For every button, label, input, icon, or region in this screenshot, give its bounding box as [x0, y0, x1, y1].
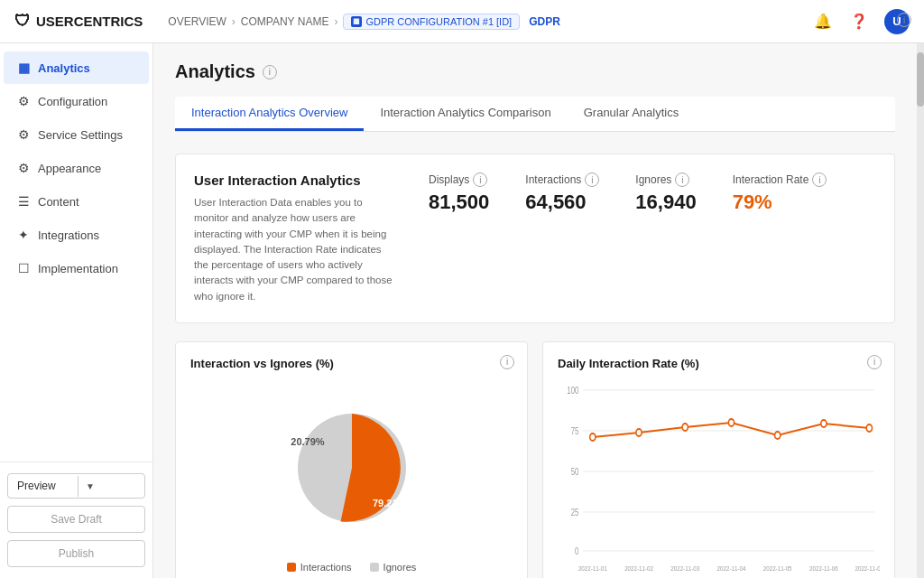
sidebar-item-appearance[interactable]: ⚙ Appearance [4, 152, 149, 184]
svg-text:2022-11-06: 2022-11-06 [809, 564, 838, 573]
preview-label: Preview [8, 474, 78, 498]
legend-interactions-dot [287, 563, 296, 572]
breadcrumb-company[interactable]: COMPANY NAME [241, 15, 329, 28]
sidebar-nav: ▦ Analytics ⚙ Configuration ⚙ Service Se… [0, 43, 152, 461]
pie-chart-card: Interaction vs Ignores (%) i [175, 341, 528, 578]
breadcrumb: OVERVIEW › COMPANY NAME › ▦ GDPR CONFIGU… [168, 14, 559, 30]
svg-point-19 [636, 429, 642, 436]
help-icon[interactable]: ❓ [848, 11, 870, 33]
notification-icon[interactable]: 🔔 [812, 11, 834, 33]
configuration-icon: ⚙ [16, 94, 31, 108]
ignores-info-icon[interactable]: i [675, 172, 689, 187]
sidebar-label-appearance: Appearance [38, 162, 101, 175]
sidebar-label-implementation: Implementation [38, 262, 118, 275]
tab-granular[interactable]: Granular Analytics [568, 97, 696, 131]
sidebar-item-integrations[interactable]: ✦ Integrations [4, 219, 149, 251]
stats-inner: User Interaction Analytics User Interact… [194, 172, 876, 304]
svg-point-24 [866, 424, 872, 432]
legend-ignores: Ignores [370, 562, 417, 573]
logo-icon: 🛡 [14, 12, 31, 31]
integrations-icon: ✦ [16, 228, 31, 242]
line-chart-title: Daily Interaction Rate (%) [558, 357, 880, 370]
metric-interaction-rate: Interaction Rate i 79% [733, 172, 827, 214]
breadcrumb-sep2: › [334, 15, 337, 28]
scrollbar-thumb[interactable] [917, 52, 924, 107]
page-info-icon[interactable]: i [263, 65, 277, 79]
metric-displays-value: 81,500 [429, 191, 489, 214]
legend-interactions-label: Interactions [300, 562, 352, 573]
metric-ignores-value: 16,940 [635, 191, 696, 214]
stats-metrics: Displays i 81,500 Interactions i 64,560 [429, 172, 827, 214]
interactions-info-icon[interactable]: i [585, 172, 599, 187]
displays-info-icon[interactable]: i [473, 172, 487, 187]
svg-text:2022-11-05: 2022-11-05 [763, 564, 792, 573]
svg-point-23 [821, 420, 827, 427]
publish-button[interactable]: Publish [7, 540, 145, 567]
save-draft-button[interactable]: Save Draft [7, 506, 145, 533]
metric-interactions: Interactions i 64,560 [525, 172, 599, 214]
tab-comparison[interactable]: Interaction Analytics Comparison [364, 97, 567, 131]
metric-displays-label: Displays i [429, 172, 489, 187]
metric-ignores: Ignores i 16,940 [635, 172, 696, 214]
stats-section: User Interaction Analytics User Interact… [175, 154, 895, 323]
preview-select[interactable]: Preview ▼ [7, 473, 145, 499]
pie-chart-info-icon[interactable]: i [500, 355, 514, 369]
stats-title: User Interaction Analytics [194, 172, 393, 188]
svg-point-22 [775, 432, 781, 439]
logo: 🛡 USERCENTRICS [14, 12, 143, 31]
service-settings-icon: ⚙ [16, 127, 31, 142]
sidebar-label-analytics: Analytics [38, 61, 90, 75]
content-icon: ☰ [16, 194, 31, 209]
stats-text: User Interaction Data enables you to mon… [194, 195, 393, 304]
tab-overview[interactable]: Interaction Analytics Overview [175, 97, 364, 131]
scrollbar[interactable] [917, 43, 924, 578]
sidebar-item-configuration[interactable]: ⚙ Configuration [4, 85, 149, 117]
svg-text:0: 0 [575, 546, 578, 556]
sidebar-item-service-settings[interactable]: ⚙ Service Settings [4, 118, 149, 151]
main-layout: ▦ Analytics ⚙ Configuration ⚙ Service Se… [0, 43, 924, 578]
line-chart-info-icon[interactable]: i [867, 355, 882, 369]
svg-point-18 [590, 434, 596, 441]
sidebar-label-content: Content [38, 195, 79, 209]
stats-description: User Interaction Analytics User Interact… [194, 172, 393, 304]
gdpr-link[interactable]: GDPR [529, 15, 560, 28]
legend-ignores-dot [370, 563, 379, 572]
pie-inner-label: 79.21% [373, 498, 406, 508]
sidebar-item-implementation[interactable]: ☐ Implementation [4, 252, 149, 284]
gdpr-config-label: GDPR CONFIGURATION #1 [ID] [365, 16, 512, 27]
svg-text:75: 75 [571, 426, 579, 436]
gdpr-config-icon: ▦ [351, 16, 362, 27]
pie-chart-svg [280, 396, 424, 540]
svg-text:50: 50 [571, 467, 579, 477]
line-chart-card: Daily Interaction Rate (%) i 100 75 50 [542, 341, 895, 578]
svg-point-21 [728, 419, 734, 426]
svg-text:100: 100 [567, 386, 578, 396]
pie-outer-label: 20.79% [291, 436, 324, 447]
gdpr-config-badge[interactable]: ▦ GDPR CONFIGURATION #1 [ID] [343, 14, 520, 30]
metric-displays: Displays i 81,500 [429, 172, 489, 214]
sidebar: ▦ Analytics ⚙ Configuration ⚙ Service Se… [0, 43, 153, 578]
line-chart-svg: 100 75 50 25 0 2022-11-01 2022-11-02 202… [558, 381, 880, 578]
svg-text:2022-11-01: 2022-11-01 [578, 564, 607, 573]
breadcrumb-overview[interactable]: OVERVIEW [168, 15, 226, 28]
sidebar-label-service-settings: Service Settings [38, 128, 123, 142]
metric-interactions-label: Interactions i [525, 172, 599, 187]
sidebar-item-content[interactable]: ☰ Content [4, 185, 149, 218]
preview-dropdown-arrow[interactable]: ▼ [78, 476, 144, 497]
analytics-icon: ▦ [16, 61, 31, 75]
breadcrumb-sep1: › [232, 15, 236, 28]
metric-rate-label: Interaction Rate i [733, 172, 827, 187]
metric-ignores-label: Ignores i [635, 172, 696, 187]
svg-text:2022-11-04: 2022-11-04 [717, 564, 746, 573]
top-navigation: 🛡 USERCENTRICS OVERVIEW › COMPANY NAME ›… [0, 0, 924, 43]
content-area: Analytics i Interaction Analytics Overvi… [153, 43, 917, 578]
sidebar-item-analytics[interactable]: ▦ Analytics [4, 51, 149, 84]
svg-text:25: 25 [571, 508, 579, 517]
sidebar-label-integrations: Integrations [38, 228, 99, 242]
sidebar-label-configuration: Configuration [38, 95, 107, 108]
sidebar-bottom: Preview ▼ Save Draft Publish [0, 461, 152, 578]
svg-text:2022-11-03: 2022-11-03 [670, 564, 699, 573]
rate-info-icon[interactable]: i [812, 172, 827, 187]
page-title-row: Analytics i [175, 61, 895, 82]
legend-ignores-label: Ignores [383, 562, 417, 573]
